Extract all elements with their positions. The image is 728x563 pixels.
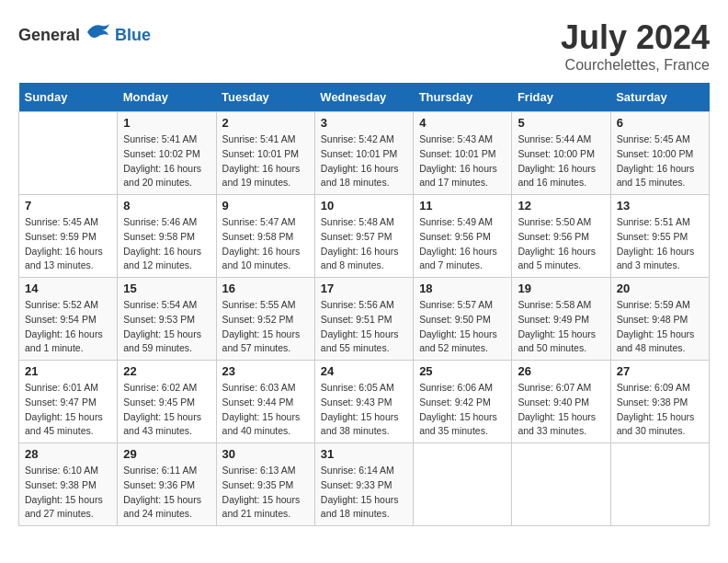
calendar-cell: 14 Sunrise: 5:52 AMSunset: 9:54 PMDaylig…	[19, 278, 118, 361]
location-subtitle: Courchelettes, France	[561, 57, 710, 74]
day-number: 16	[222, 282, 309, 295]
day-number: 15	[123, 282, 210, 295]
weekday-header-row: SundayMondayTuesdayWednesdayThursdayFrid…	[19, 83, 710, 112]
day-number: 9	[222, 199, 309, 213]
day-info: Sunrise: 6:02 AMSunset: 9:45 PMDaylight:…	[123, 381, 210, 439]
calendar-cell: 1 Sunrise: 5:41 AMSunset: 10:02 PMDaylig…	[118, 112, 216, 195]
day-number: 26	[518, 364, 604, 378]
calendar-body: 1 Sunrise: 5:41 AMSunset: 10:02 PMDaylig…	[19, 112, 710, 526]
day-number: 23	[222, 364, 309, 378]
calendar-cell: 20 Sunrise: 5:59 AMSunset: 9:48 PMDaylig…	[610, 278, 709, 361]
day-number: 22	[123, 364, 210, 378]
day-number: 21	[25, 364, 111, 378]
day-info: Sunrise: 5:45 AMSunset: 9:59 PMDaylight:…	[25, 215, 111, 273]
weekday-header-thursday: Thursday	[414, 83, 512, 112]
day-info: Sunrise: 5:49 AMSunset: 9:56 PMDaylight:…	[419, 215, 506, 273]
calendar-cell: 10 Sunrise: 5:48 AMSunset: 9:57 PMDaylig…	[314, 195, 413, 278]
calendar-cell: 2 Sunrise: 5:41 AMSunset: 10:01 PMDaylig…	[216, 112, 314, 195]
day-info: Sunrise: 6:10 AMSunset: 9:38 PMDaylight:…	[25, 464, 111, 522]
day-info: Sunrise: 6:13 AMSunset: 9:35 PMDaylight:…	[222, 464, 309, 522]
month-year-title: July 2024	[561, 18, 710, 57]
day-info: Sunrise: 5:41 AMSunset: 10:01 PMDaylight…	[222, 132, 309, 190]
day-info: Sunrise: 5:48 AMSunset: 9:57 PMDaylight:…	[321, 215, 407, 273]
calendar-cell: 16 Sunrise: 5:55 AMSunset: 9:52 PMDaylig…	[216, 278, 314, 361]
day-number: 27	[617, 364, 703, 378]
day-info: Sunrise: 5:58 AMSunset: 9:49 PMDaylight:…	[518, 298, 604, 356]
day-info: Sunrise: 6:09 AMSunset: 9:38 PMDaylight:…	[617, 381, 703, 439]
day-info: Sunrise: 5:59 AMSunset: 9:48 PMDaylight:…	[617, 298, 703, 356]
calendar-cell: 29 Sunrise: 6:11 AMSunset: 9:36 PMDaylig…	[118, 443, 216, 526]
calendar-cell	[512, 443, 610, 526]
calendar-cell: 7 Sunrise: 5:45 AMSunset: 9:59 PMDayligh…	[19, 195, 118, 278]
calendar-cell: 28 Sunrise: 6:10 AMSunset: 9:38 PMDaylig…	[19, 443, 118, 526]
day-number: 10	[321, 199, 407, 213]
calendar-cell: 5 Sunrise: 5:44 AMSunset: 10:00 PMDaylig…	[512, 112, 610, 195]
day-info: Sunrise: 5:57 AMSunset: 9:50 PMDaylight:…	[419, 298, 506, 356]
day-number: 6	[617, 116, 703, 130]
calendar-cell: 11 Sunrise: 5:49 AMSunset: 9:56 PMDaylig…	[414, 195, 512, 278]
weekday-header-saturday: Saturday	[610, 83, 709, 112]
calendar-cell	[19, 112, 118, 195]
day-info: Sunrise: 5:41 AMSunset: 10:02 PMDaylight…	[123, 132, 210, 190]
calendar-cell: 3 Sunrise: 5:42 AMSunset: 10:01 PMDaylig…	[314, 112, 413, 195]
day-info: Sunrise: 6:07 AMSunset: 9:40 PMDaylight:…	[518, 381, 604, 439]
page-header: General Blue July 2024 Courchelettes, Fr…	[18, 18, 710, 74]
day-number: 5	[518, 116, 604, 130]
calendar-cell: 9 Sunrise: 5:47 AMSunset: 9:58 PMDayligh…	[216, 195, 314, 278]
calendar-cell: 26 Sunrise: 6:07 AMSunset: 9:40 PMDaylig…	[512, 361, 610, 443]
day-number: 8	[123, 199, 210, 213]
calendar-cell: 8 Sunrise: 5:46 AMSunset: 9:58 PMDayligh…	[118, 195, 216, 278]
day-number: 18	[419, 282, 506, 295]
day-number: 25	[419, 364, 506, 378]
day-info: Sunrise: 6:03 AMSunset: 9:44 PMDaylight:…	[222, 381, 309, 439]
calendar-cell: 23 Sunrise: 6:03 AMSunset: 9:44 PMDaylig…	[216, 361, 314, 443]
calendar-table: SundayMondayTuesdayWednesdayThursdayFrid…	[18, 83, 710, 526]
calendar-cell: 24 Sunrise: 6:05 AMSunset: 9:43 PMDaylig…	[314, 361, 413, 443]
calendar-cell: 12 Sunrise: 5:50 AMSunset: 9:56 PMDaylig…	[512, 195, 610, 278]
calendar-cell: 27 Sunrise: 6:09 AMSunset: 9:38 PMDaylig…	[610, 361, 709, 443]
day-info: Sunrise: 5:50 AMSunset: 9:56 PMDaylight:…	[518, 215, 604, 273]
day-info: Sunrise: 5:54 AMSunset: 9:53 PMDaylight:…	[123, 298, 210, 356]
day-number: 17	[321, 282, 407, 295]
title-section: July 2024 Courchelettes, France	[561, 18, 710, 74]
day-number: 4	[419, 116, 506, 130]
day-number: 1	[123, 116, 210, 130]
logo-blue: Blue	[115, 26, 151, 45]
calendar-cell: 15 Sunrise: 5:54 AMSunset: 9:53 PMDaylig…	[118, 278, 216, 361]
day-info: Sunrise: 6:05 AMSunset: 9:43 PMDaylight:…	[321, 381, 407, 439]
calendar-week-row: 21 Sunrise: 6:01 AMSunset: 9:47 PMDaylig…	[19, 361, 710, 443]
calendar-week-row: 28 Sunrise: 6:10 AMSunset: 9:38 PMDaylig…	[19, 443, 710, 526]
day-number: 20	[617, 282, 703, 295]
calendar-cell: 19 Sunrise: 5:58 AMSunset: 9:49 PMDaylig…	[512, 278, 610, 361]
calendar-week-row: 7 Sunrise: 5:45 AMSunset: 9:59 PMDayligh…	[19, 195, 710, 278]
day-number: 30	[222, 447, 309, 461]
day-info: Sunrise: 6:01 AMSunset: 9:47 PMDaylight:…	[25, 381, 111, 439]
weekday-header-friday: Friday	[512, 83, 610, 112]
calendar-cell: 13 Sunrise: 5:51 AMSunset: 9:55 PMDaylig…	[610, 195, 709, 278]
logo: General Blue	[18, 18, 151, 52]
day-number: 3	[321, 116, 407, 130]
calendar-cell: 4 Sunrise: 5:43 AMSunset: 10:01 PMDaylig…	[414, 112, 512, 195]
day-number: 31	[321, 447, 407, 461]
day-info: Sunrise: 5:45 AMSunset: 10:00 PMDaylight…	[617, 132, 703, 190]
day-number: 19	[518, 282, 604, 295]
day-info: Sunrise: 5:51 AMSunset: 9:55 PMDaylight:…	[617, 215, 703, 273]
calendar-header: SundayMondayTuesdayWednesdayThursdayFrid…	[19, 83, 710, 112]
day-number: 14	[25, 282, 111, 295]
weekday-header-monday: Monday	[118, 83, 216, 112]
logo-general: General	[18, 26, 80, 45]
calendar-cell: 31 Sunrise: 6:14 AMSunset: 9:33 PMDaylig…	[314, 443, 413, 526]
day-info: Sunrise: 5:46 AMSunset: 9:58 PMDaylight:…	[123, 215, 210, 273]
weekday-header-tuesday: Tuesday	[216, 83, 314, 112]
day-number: 12	[518, 199, 604, 213]
day-info: Sunrise: 5:43 AMSunset: 10:01 PMDaylight…	[419, 132, 506, 190]
day-info: Sunrise: 6:11 AMSunset: 9:36 PMDaylight:…	[123, 464, 210, 522]
calendar-week-row: 1 Sunrise: 5:41 AMSunset: 10:02 PMDaylig…	[19, 112, 710, 195]
calendar-cell: 30 Sunrise: 6:13 AMSunset: 9:35 PMDaylig…	[216, 443, 314, 526]
calendar-cell: 6 Sunrise: 5:45 AMSunset: 10:00 PMDaylig…	[610, 112, 709, 195]
calendar-cell: 18 Sunrise: 5:57 AMSunset: 9:50 PMDaylig…	[414, 278, 512, 361]
logo-bird-icon	[84, 18, 111, 52]
weekday-header-sunday: Sunday	[19, 83, 118, 112]
calendar-cell: 17 Sunrise: 5:56 AMSunset: 9:51 PMDaylig…	[314, 278, 413, 361]
day-number: 7	[25, 199, 111, 213]
